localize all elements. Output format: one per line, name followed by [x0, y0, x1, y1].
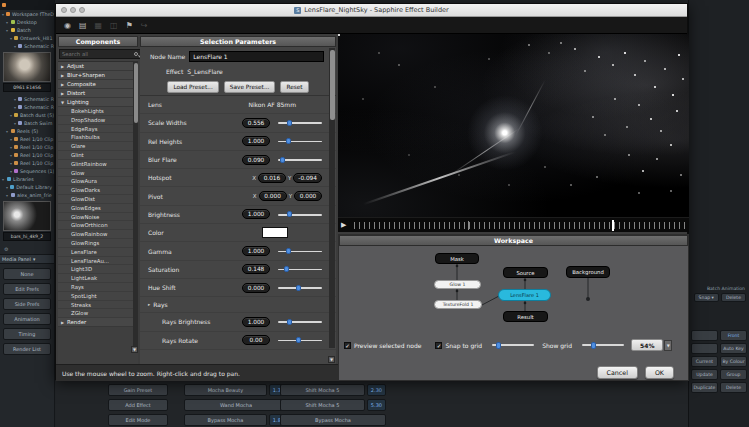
zoom-level-value[interactable]: 54%: [631, 339, 663, 351]
tree-expander-icon[interactable]: ▾: [14, 105, 16, 110]
graph-node-result[interactable]: Result: [503, 311, 548, 322]
component-item-glowedges[interactable]: GlowEdges: [58, 204, 138, 213]
sidebar-button-render-list[interactable]: Render List: [3, 343, 51, 355]
param-slider-saturation-thumb[interactable]: [284, 266, 289, 272]
tree-item-batch-swim[interactable]: ▾Batch Swim: [0, 119, 54, 127]
tree-expander-icon[interactable]: ▾: [6, 129, 9, 134]
component-item-glownoise[interactable]: GlowNoise: [58, 213, 138, 222]
category-render[interactable]: ▶Render: [58, 318, 138, 327]
component-item-glowaura[interactable]: GlowAura: [58, 177, 138, 186]
tree-item-reel-1-10-clip[interactable]: ▾Reel 1/10 Clip: [0, 159, 54, 167]
zoom-level-dropdown[interactable]: ▼: [664, 340, 672, 351]
tree-item-default-library[interactable]: ▾Default Library: [0, 183, 54, 191]
snap-to-grid-checkbox[interactable]: ✓: [435, 342, 442, 349]
component-item-edgerays[interactable]: EdgeRays: [58, 125, 138, 134]
media-thumbnail[interactable]: 0961 E1456: [3, 52, 51, 92]
component-item-rays[interactable]: Rays: [58, 283, 138, 292]
param-field-rays-rotate[interactable]: 0.00: [242, 335, 270, 345]
tree-item-reel-1-10-clip[interactable]: ▾Reel 1/10 Clip: [0, 135, 54, 143]
preview-viewport[interactable]: [338, 34, 689, 217]
component-item-gloworthicon[interactable]: GlowOrthicon: [58, 221, 138, 230]
bottom-button-mocha-beauty[interactable]: Mocha Beauty: [184, 384, 267, 396]
tree-item-alex-anim-frie[interactable]: ▾alex_anim_frie: [0, 191, 54, 199]
graph-node-mask[interactable]: Mask: [435, 253, 479, 264]
tools-icon[interactable]: ⚙: [4, 246, 8, 252]
component-item-bokehlights[interactable]: BokehLights: [58, 107, 138, 116]
category-distort[interactable]: ▶Distort: [58, 89, 138, 98]
color-swatch[interactable]: [262, 227, 288, 238]
tree-item-libraries[interactable]: ▾Libraries: [0, 175, 54, 183]
component-item-spotlight[interactable]: SpotLight: [58, 292, 138, 301]
bottom-button-edit-mode[interactable]: Edit Mode: [108, 414, 168, 426]
tree-expander-icon[interactable]: ▾: [14, 44, 16, 49]
graph-node-glow-1[interactable]: Glow 1: [434, 280, 481, 289]
timeline-playhead[interactable]: [612, 220, 614, 231]
param-slider-rays-rotate-thumb[interactable]: [296, 337, 301, 343]
bottom-button-bypass-mocha[interactable]: Bypass Mocha: [280, 414, 386, 426]
tree-expander-icon[interactable]: ▾: [10, 36, 12, 41]
tree-item-reel-1-10-clip[interactable]: ▾Reel 1/10 Clip: [0, 143, 54, 151]
media-thumbnail[interactable]: bars_hi_4k9_2: [3, 201, 51, 241]
parameters-scrollbar-thumb[interactable]: [330, 50, 335, 120]
component-item-dropshadow[interactable]: DropShadow: [58, 116, 138, 125]
param-slider-rel-heights-thumb[interactable]: [286, 138, 291, 144]
tree-expander-icon[interactable]: ▾: [2, 177, 5, 182]
component-item-glare[interactable]: Glare: [58, 142, 138, 151]
tree-expander-icon[interactable]: ▾: [10, 153, 12, 158]
category-adjust[interactable]: ▶Adjust: [58, 62, 138, 71]
timeline-ruler[interactable]: [354, 222, 685, 229]
param-field-scale-widths[interactable]: 0.556: [242, 118, 270, 128]
component-item-lensflare[interactable]: LensFlare: [58, 248, 138, 257]
param-field-blur-flare[interactable]: 0.090: [242, 155, 270, 165]
category-lighting[interactable]: ▼Lighting: [58, 98, 138, 107]
sidebar-button-timing[interactable]: Timing: [3, 328, 51, 340]
param-slider-blur-flare-thumb[interactable]: [280, 157, 285, 163]
component-item-glowrings[interactable]: GlowRings: [58, 239, 138, 248]
param-field-hotspot-x[interactable]: 0.016: [258, 173, 286, 183]
component-item-glint[interactable]: Glint: [58, 151, 138, 160]
parameters-scrollbar[interactable]: [329, 48, 335, 348]
bottom-button-shift-mocha-5[interactable]: Shift Mocha 5: [280, 399, 365, 411]
param-field-pivot-x[interactable]: 0.000: [259, 191, 287, 201]
right-button-by-colour[interactable]: By Colour: [720, 356, 747, 367]
tree-item-sequences-1[interactable]: ▾Sequences (1): [0, 167, 54, 175]
right-button-update[interactable]: Update: [691, 369, 718, 380]
param-slider-hue-shift[interactable]: [278, 284, 322, 291]
section-rays[interactable]: ▸Rays: [140, 297, 336, 313]
param-slider-gamma[interactable]: [278, 248, 322, 255]
tree-item-ontwerk-h81-3[interactable]: ▾Ontwerk_H81 (3): [0, 34, 54, 42]
search-input[interactable]: [62, 51, 134, 57]
tree-expander-icon[interactable]: ▾: [6, 193, 9, 198]
workspace-zoom-slider[interactable]: [582, 341, 624, 349]
workspace-zoom-slider-thumb[interactable]: [591, 342, 596, 349]
param-field-gamma[interactable]: 1.000: [242, 246, 270, 256]
tree-item-batch[interactable]: ▾Batch: [0, 26, 54, 34]
tree-item-schematic-r[interactable]: ▾Schematic R: [0, 95, 54, 103]
tree-item-workspace-fthed[interactable]: ▾Workspace fTheD: [0, 10, 54, 18]
tree-item-reel-1-10-clip[interactable]: ▾Reel 1/10 Clip: [0, 151, 54, 159]
preview-timeline[interactable]: ▶: [338, 217, 689, 232]
bottom-value-field[interactable]: 2.30: [367, 384, 386, 396]
right-button-front[interactable]: Front: [720, 330, 747, 341]
right-chip-delete[interactable]: Delete: [721, 293, 746, 302]
graph-node-background[interactable]: Background: [566, 266, 610, 278]
target-icon[interactable]: ◉: [64, 21, 71, 30]
component-item-glowrainbow[interactable]: GlowRainbow: [58, 230, 138, 239]
tree-item-schematic-r[interactable]: ▾Schematic R: [0, 42, 54, 50]
tree-expander-icon[interactable]: ▾: [10, 145, 12, 150]
tree-expander-icon[interactable]: ▾: [6, 20, 9, 25]
param-slider-brightness[interactable]: [278, 211, 322, 218]
components-scrollbar-thumb[interactable]: [134, 63, 138, 123]
param-slider-brightness-thumb[interactable]: [287, 211, 292, 217]
category-composite[interactable]: ▶Composite: [58, 80, 138, 89]
scroll-down-button[interactable]: ▼: [328, 356, 335, 363]
param-slider-saturation[interactable]: [278, 266, 322, 273]
sidebar-button-animation[interactable]: Animation: [3, 313, 51, 325]
param-field-saturation[interactable]: 0.148: [242, 264, 270, 274]
tree-item-schematic-r[interactable]: ▾Schematic R: [0, 103, 54, 111]
param-field-rel-heights[interactable]: 1.000: [242, 136, 270, 146]
flag-icon[interactable]: ⚑: [126, 21, 133, 30]
sidebar-button-edit-prefs[interactable]: Edit Prefs: [3, 283, 51, 295]
component-item-zglow[interactable]: ZGlow: [58, 309, 138, 318]
param-slider-rel-heights[interactable]: [278, 138, 322, 145]
